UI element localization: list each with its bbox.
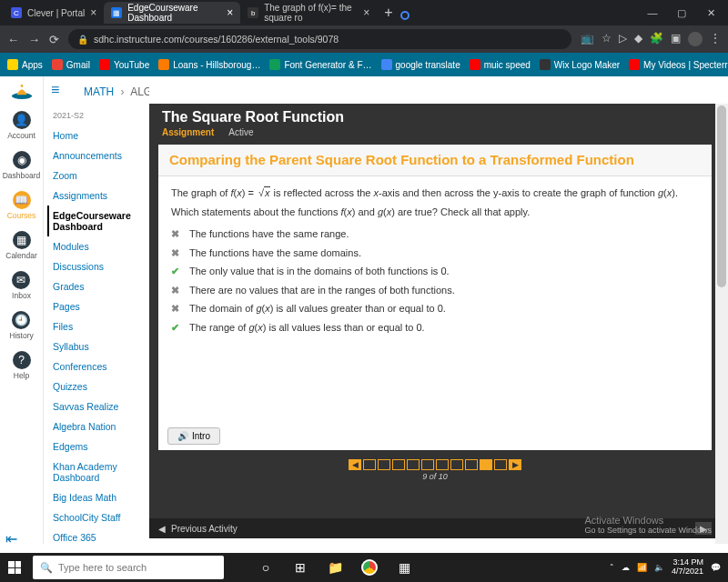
course-nav-item[interactable]: Algebra Nation	[53, 416, 146, 436]
course-nav-item[interactable]: Syllabus	[53, 336, 146, 356]
course-nav-item[interactable]: Khan Academy Dashboard	[53, 457, 146, 487]
taskbar-search-input[interactable]: 🔍 Type here to search	[33, 556, 224, 579]
menu-icon[interactable]: ⋮	[710, 32, 721, 46]
onedrive-icon[interactable]: ☁	[622, 563, 630, 572]
tab-active[interactable]: Active	[228, 127, 253, 137]
browser-tab[interactable]: ▦ EdgeCourseware Dashboard ×	[104, 2, 240, 24]
vertical-scrollbar[interactable]	[715, 104, 728, 544]
course-nav-item[interactable]: Quizzes	[53, 376, 146, 396]
close-icon[interactable]: ×	[90, 6, 96, 19]
star-icon[interactable]: ☆	[602, 32, 612, 46]
forward-button[interactable]: →	[28, 33, 40, 46]
course-nav-item[interactable]: Grades	[53, 276, 146, 296]
answer-option[interactable]: ✔The range of g(x) is all values less th…	[171, 318, 699, 337]
course-nav-item[interactable]: Zoom	[53, 166, 146, 186]
course-nav-item[interactable]: Savvas Realize	[53, 396, 146, 416]
back-button[interactable]: ←	[7, 33, 19, 46]
bookmark-font[interactable]: Font Generator & F…	[269, 59, 371, 70]
prev-activity-button[interactable]: ◀	[158, 524, 166, 534]
breadcrumb-root[interactable]: MATH	[84, 85, 114, 98]
course-nav-item[interactable]: Discussions	[53, 256, 146, 276]
pager-page[interactable]	[392, 459, 405, 470]
pager-page[interactable]	[436, 459, 449, 470]
course-nav-item[interactable]: Files	[53, 316, 146, 336]
bookmark-muic[interactable]: muic speed	[470, 59, 531, 70]
pager-page[interactable]	[421, 459, 434, 470]
answer-option[interactable]: ✔The only value that is in the domains o…	[171, 262, 699, 281]
answer-option[interactable]: ✖The domain of g(x) is all values greate…	[171, 299, 699, 318]
play-icon[interactable]: ▷	[619, 32, 627, 46]
scroll-thumb[interactable]	[717, 105, 726, 287]
course-nav-item[interactable]: Modules	[53, 236, 146, 256]
course-nav-item[interactable]: Pages	[53, 296, 146, 316]
pager-next-button[interactable]: ▶	[509, 459, 521, 470]
course-nav-item[interactable]: Conferences	[53, 356, 146, 376]
cast-icon[interactable]: 📺	[581, 32, 594, 46]
hamburger-icon[interactable]: ≡	[51, 82, 59, 98]
account-badge-icon[interactable]	[400, 11, 410, 20]
minimize-button[interactable]: —	[639, 2, 666, 24]
course-nav-item[interactable]: SchoolCity Staff	[53, 507, 146, 527]
close-icon[interactable]: ×	[227, 6, 233, 19]
course-nav-item[interactable]: EdgeCourseware Dashboard	[47, 206, 146, 236]
ext1-icon[interactable]: ◆	[634, 32, 642, 46]
course-nav-item[interactable]: Assignments	[53, 186, 146, 206]
answer-option[interactable]: ✖The functions have the same range.	[171, 225, 699, 244]
taskview-icon[interactable]: ⊞	[286, 553, 315, 582]
intro-button[interactable]: 🔊 Intro	[167, 427, 220, 445]
collapse-sidebar-icon[interactable]: ⇤	[5, 530, 17, 547]
volume-icon[interactable]: 🔈	[654, 563, 664, 572]
app-icon[interactable]: ▦	[389, 553, 419, 582]
pager-page[interactable]	[407, 459, 420, 470]
course-nav-item[interactable]: Announcements	[53, 146, 146, 166]
url-input[interactable]: 🔒 sdhc.instructure.com/courses/160286/ex…	[68, 29, 571, 49]
browser-tab[interactable]: C Clever | Portal ×	[4, 2, 104, 24]
explorer-icon[interactable]: 📁	[320, 553, 349, 582]
course-nav-item[interactable]: Big Ideas Math	[53, 487, 146, 507]
answer-option[interactable]: ✖There are no values that are in the ran…	[171, 281, 699, 300]
puzzle-icon[interactable]: 🧩	[650, 32, 663, 46]
new-tab-button[interactable]: +	[377, 5, 399, 21]
ext2-icon[interactable]: ▣	[671, 32, 681, 46]
maximize-button[interactable]: ▢	[668, 2, 695, 24]
nav-help[interactable]: ?Help	[13, 351, 31, 380]
tab-assignment[interactable]: Assignment	[162, 127, 214, 137]
avatar-icon[interactable]	[688, 32, 703, 46]
bookmark-videos[interactable]: My Videos | Specterr	[629, 59, 727, 70]
nav-dashboard[interactable]: ◉Dashboard	[3, 151, 41, 180]
clock[interactable]: 3:14 PM 4/7/2021	[672, 558, 703, 577]
chrome-icon[interactable]	[355, 553, 384, 582]
pager-page[interactable]	[465, 459, 478, 470]
pager-page[interactable]	[450, 459, 463, 470]
nav-courses[interactable]: 📖Courses	[7, 191, 36, 220]
nav-history[interactable]: 🕘History	[9, 311, 33, 340]
browser-tab[interactable]: b The graph of f(x)= the square ro ×	[240, 2, 377, 24]
nav-calendar[interactable]: ▦Calendar	[5, 231, 37, 260]
close-window-button[interactable]: ✕	[697, 2, 724, 24]
tray-up-icon[interactable]: ˄	[610, 563, 614, 572]
apps-button[interactable]: Apps	[7, 59, 43, 70]
course-nav-item[interactable]: Office 365	[53, 527, 146, 547]
answer-option[interactable]: ✖The functions have the same domains.	[171, 244, 699, 263]
pager-prev-button[interactable]: ◀	[349, 459, 361, 470]
wifi-icon[interactable]: 📶	[637, 563, 647, 572]
pager-page[interactable]	[494, 459, 507, 470]
pager-page[interactable]	[363, 459, 376, 470]
bookmark-gmail[interactable]: Gmail	[52, 59, 90, 70]
nav-account[interactable]: 👤Account	[7, 111, 35, 140]
course-nav-item[interactable]: Home	[53, 125, 146, 146]
close-icon[interactable]: ×	[363, 6, 369, 19]
nav-inbox[interactable]: ✉Inbox	[12, 271, 31, 300]
bookmark-wix[interactable]: Wix Logo Maker	[540, 59, 620, 70]
bookmark-youtube[interactable]: YouTube	[99, 59, 149, 70]
course-nav-item[interactable]: Edgems	[53, 436, 146, 457]
reload-button[interactable]: ⟳	[49, 33, 59, 46]
bookmark-translate[interactable]: google translate	[381, 59, 460, 70]
notifications-icon[interactable]: 💬	[711, 563, 721, 572]
pager-page-current[interactable]	[480, 459, 492, 470]
pager-page[interactable]	[378, 459, 390, 470]
school-logo-icon[interactable]	[9, 82, 35, 100]
start-button[interactable]	[0, 553, 29, 582]
bookmark-loans[interactable]: Loans - Hillsboroug…	[158, 59, 260, 70]
cortana-icon[interactable]: ○	[251, 553, 280, 582]
